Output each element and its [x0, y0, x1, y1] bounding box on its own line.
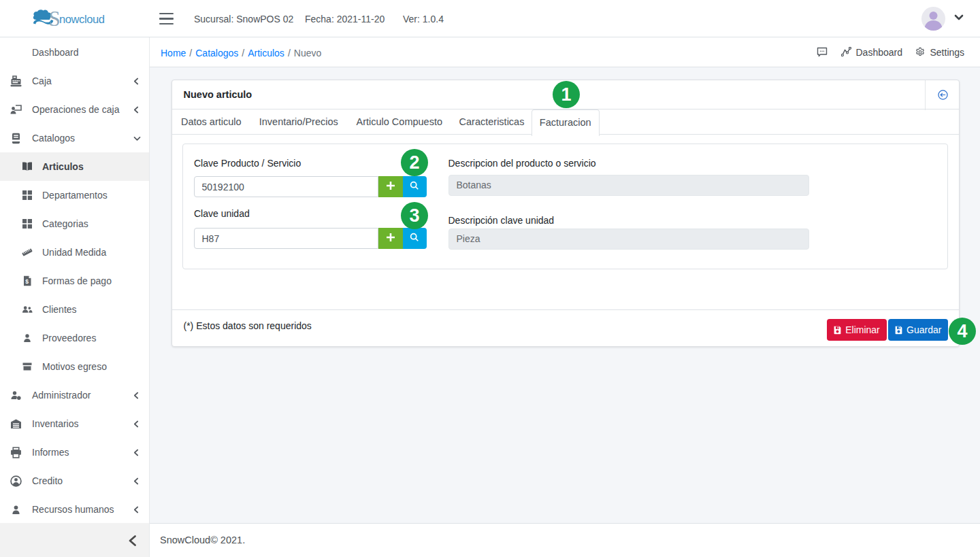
svg-text:nowcloud: nowcloud — [59, 13, 105, 25]
svg-text:$: $ — [25, 278, 29, 285]
